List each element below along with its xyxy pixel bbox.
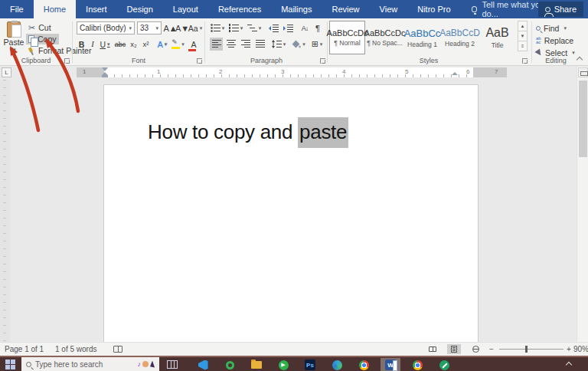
left-indent-marker[interactable] bbox=[102, 75, 108, 77]
zoom-slider-thumb[interactable] bbox=[525, 346, 528, 353]
align-center-button[interactable] bbox=[224, 38, 237, 51]
taskbar-file-explorer[interactable] bbox=[247, 358, 266, 371]
grow-font-button[interactable]: A▲ bbox=[165, 21, 176, 34]
style-no-spacing[interactable]: AaBbCcDc ¶ No Spac... bbox=[367, 21, 403, 54]
zoom-slider-track[interactable] bbox=[499, 349, 564, 350]
bold-button[interactable]: B bbox=[77, 38, 87, 51]
cut-button[interactable]: ✂ Cut bbox=[26, 22, 54, 33]
ruler-toggle-button[interactable] bbox=[578, 67, 588, 77]
align-left-button[interactable] bbox=[210, 38, 223, 51]
tab-view[interactable]: View bbox=[370, 0, 408, 18]
taskbar-app-vscode[interactable] bbox=[193, 358, 213, 371]
styles-scroll-down-button[interactable]: ▼ bbox=[518, 31, 528, 41]
sort-button[interactable]: A↓ bbox=[299, 21, 311, 34]
taskbar-app-green[interactable] bbox=[434, 358, 454, 371]
copy-button[interactable]: Copy bbox=[26, 34, 59, 44]
borders-button[interactable]: ⊞ bbox=[309, 38, 325, 51]
taskbar-edge[interactable] bbox=[327, 358, 347, 371]
style-heading-1[interactable]: AaBbCc Heading 1 bbox=[404, 21, 440, 54]
bullets-button[interactable] bbox=[210, 21, 225, 34]
styles-dialog-launcher[interactable] bbox=[522, 58, 528, 64]
zoom-out-button[interactable]: − bbox=[489, 345, 494, 353]
font-group-label: Font bbox=[73, 57, 204, 64]
taskbar-app-green-play[interactable]: ▶ bbox=[273, 358, 293, 371]
find-button[interactable]: Find bbox=[536, 22, 567, 34]
change-case-button[interactable]: Aa bbox=[188, 21, 202, 34]
ruler-number: 7 bbox=[495, 68, 498, 75]
pilcrow-icon: ¶ bbox=[315, 24, 320, 33]
paragraph-group: A↓ ¶ ⊞ bbox=[205, 18, 328, 66]
style-normal[interactable]: AaBbCcDc ¶ Normal bbox=[329, 21, 365, 54]
font-group: Calibri (Body) 33 A▲ A▼ Aa B I U bbox=[73, 18, 204, 66]
paragraph-dialog-launcher[interactable] bbox=[320, 58, 325, 64]
clipboard-group: Paste ✂ Cut Copy Format Painter Clipboar… bbox=[0, 18, 72, 66]
subscript-button[interactable]: x₂ bbox=[128, 38, 139, 51]
task-view-button[interactable] bbox=[167, 360, 178, 369]
copy-pages-icon bbox=[28, 35, 34, 43]
tray-chevron-icon[interactable] bbox=[566, 362, 572, 368]
clipboard-dialog-launcher[interactable] bbox=[64, 58, 70, 64]
numbering-button[interactable] bbox=[228, 21, 243, 34]
show-formatting-button[interactable]: ¶ bbox=[312, 21, 323, 34]
shading-button[interactable] bbox=[291, 38, 306, 51]
style-heading-2[interactable]: AaBbCcD Heading 2 bbox=[442, 21, 478, 54]
italic-button[interactable]: I bbox=[88, 38, 97, 51]
style-title[interactable]: AaB Title bbox=[479, 21, 515, 54]
text-effects-button[interactable]: A bbox=[155, 38, 169, 51]
taskbar-word-active[interactable]: W bbox=[381, 358, 400, 371]
share-button[interactable]: Share bbox=[538, 2, 583, 17]
tab-stop-selector[interactable]: L bbox=[2, 67, 11, 77]
taskbar-chrome[interactable] bbox=[354, 358, 374, 371]
start-button[interactable] bbox=[5, 360, 16, 370]
font-dialog-launcher[interactable] bbox=[197, 58, 202, 64]
document-page[interactable]: How to copy and paste bbox=[103, 84, 479, 342]
zoom-level[interactable]: 90% bbox=[573, 345, 588, 353]
tab-home[interactable]: Home bbox=[34, 0, 76, 18]
taskbar-app-ring[interactable] bbox=[220, 358, 240, 371]
highlight-color-button[interactable] bbox=[171, 38, 185, 51]
tab-file[interactable]: File bbox=[0, 0, 34, 18]
tab-layout[interactable]: Layout bbox=[163, 0, 208, 18]
line-spacing-button[interactable] bbox=[271, 38, 286, 51]
ruler-number: 1 bbox=[83, 68, 86, 75]
read-mode-button[interactable] bbox=[426, 344, 439, 354]
taskbar-chrome-2[interactable] bbox=[407, 358, 427, 371]
scrollbar-thumb[interactable] bbox=[579, 80, 587, 157]
shrink-font-button[interactable]: A▼ bbox=[177, 21, 188, 34]
zoom-in-button[interactable]: + bbox=[567, 345, 571, 353]
font-size-combobox[interactable]: 33 bbox=[137, 21, 162, 34]
proofing-book-icon[interactable] bbox=[113, 346, 122, 353]
tab-mailings[interactable]: Mailings bbox=[271, 0, 322, 18]
align-right-button[interactable] bbox=[239, 38, 252, 51]
web-layout-icon bbox=[472, 346, 479, 353]
strikethrough-button[interactable]: abc bbox=[113, 38, 127, 51]
tab-design[interactable]: Design bbox=[117, 0, 163, 18]
vertical-scrollbar[interactable] bbox=[577, 67, 588, 342]
taskbar-search-box[interactable]: Type here to search ♪ bbox=[21, 357, 159, 371]
right-indent-marker[interactable] bbox=[452, 72, 458, 75]
multilevel-list-button[interactable] bbox=[247, 21, 262, 34]
styles-more-button[interactable]: ≡ bbox=[518, 41, 528, 51]
justify-button[interactable] bbox=[253, 38, 266, 51]
underline-button[interactable]: U bbox=[98, 38, 112, 51]
vscode-icon bbox=[198, 360, 208, 370]
tab-review[interactable]: Review bbox=[322, 0, 370, 18]
web-layout-button[interactable] bbox=[469, 344, 482, 354]
increase-indent-button[interactable] bbox=[281, 21, 295, 34]
superscript-button[interactable]: x² bbox=[140, 38, 152, 51]
word-count[interactable]: 1 of 5 words bbox=[55, 345, 96, 353]
print-layout-button[interactable] bbox=[447, 344, 461, 354]
tab-references[interactable]: References bbox=[208, 0, 271, 18]
first-line-indent-marker[interactable] bbox=[102, 67, 108, 71]
replace-button[interactable]: abac Replace bbox=[536, 34, 573, 46]
taskbar-photoshop[interactable]: Ps bbox=[300, 358, 320, 371]
styles-scroll-up-button[interactable]: ▲ bbox=[518, 21, 528, 31]
decrease-indent-button[interactable] bbox=[266, 21, 280, 34]
tab-insert[interactable]: Insert bbox=[76, 0, 117, 18]
font-color-button[interactable]: A bbox=[187, 38, 201, 51]
font-family-combobox[interactable]: Calibri (Body) bbox=[77, 21, 135, 34]
multilevel-list-icon bbox=[247, 24, 257, 32]
tab-nitro-pro[interactable]: Nitro Pro bbox=[407, 0, 460, 18]
page-count[interactable]: Page 1 of 1 bbox=[5, 345, 44, 353]
word-window: File Home Insert Design Layout Reference… bbox=[0, 0, 588, 371]
